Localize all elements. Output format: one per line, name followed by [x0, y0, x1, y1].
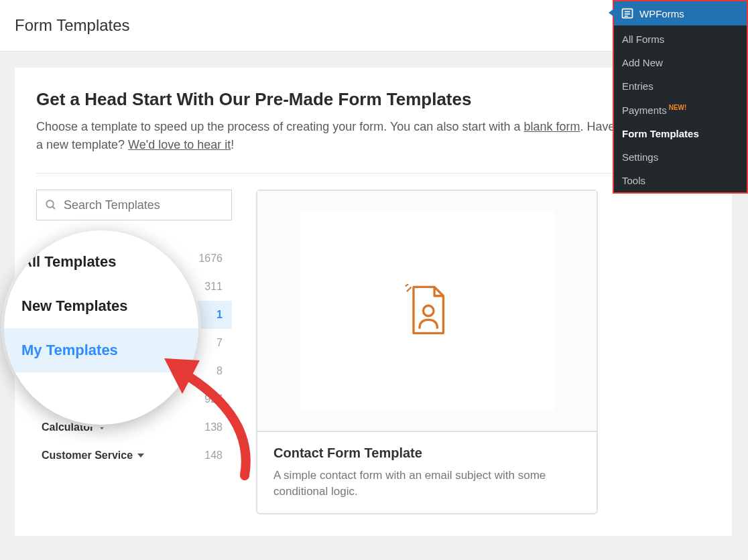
search-wrap[interactable] — [36, 190, 232, 220]
wp-admin-submenu: WPForms All Forms Add New Entries Paymen… — [613, 0, 748, 194]
svg-line-4 — [406, 284, 408, 286]
wp-menu-title: WPForms — [639, 8, 684, 19]
intro-lead: Choose a template to speed up the proces… — [36, 120, 523, 133]
intro-trail: ! — [231, 138, 234, 151]
new-badge: NEW! — [669, 104, 687, 111]
category-label: Customer Service — [42, 449, 144, 462]
search-input[interactable] — [64, 198, 223, 212]
intro: Get a Head Start With Our Pre-Made Form … — [36, 89, 710, 154]
category-count: 8 — [216, 365, 223, 377]
wp-menu-item-allforms[interactable]: All Forms — [614, 25, 747, 51]
intro-paragraph: Choose a template to speed up the proces… — [36, 118, 710, 154]
intro-heading: Get a Head Start With Our Pre-Made Form … — [36, 89, 710, 110]
mag-item-my: My Templates — [4, 328, 198, 372]
wp-menu-item-payments[interactable]: PaymentsNEW! — [614, 98, 747, 122]
wp-menu-item-addnew[interactable]: Add New — [614, 51, 747, 74]
wp-menu-list: All Forms Add New Entries PaymentsNEW! F… — [614, 25, 747, 192]
template-preview-inner — [300, 210, 554, 411]
category-count: 1 — [216, 309, 223, 321]
svg-point-2 — [423, 305, 434, 316]
category-count: 148 — [204, 449, 223, 462]
main-column: Contact Form Template A simple contact f… — [256, 190, 710, 514]
wp-menu-item-settings[interactable]: Settings — [614, 145, 747, 169]
magnifier-overlay: All Templates New Templates My Templates — [4, 230, 198, 425]
category-count: 7 — [216, 337, 223, 349]
template-title: Contact Form Template — [273, 445, 580, 461]
template-info: Contact Form Template A simple contact f… — [257, 432, 597, 513]
wp-menu-item-templates[interactable]: Form Templates — [614, 122, 747, 145]
document-person-icon — [403, 284, 450, 338]
template-preview — [257, 191, 597, 432]
svg-line-3 — [407, 287, 412, 291]
mag-item-new: New Templates — [21, 284, 198, 328]
svg-line-1 — [52, 206, 55, 209]
wp-menu-header[interactable]: WPForms — [614, 1, 747, 25]
suggest-link[interactable]: We'd love to hear it — [128, 138, 231, 151]
wpforms-icon — [621, 7, 634, 20]
divider — [36, 173, 710, 173]
category-count: 311 — [204, 281, 223, 293]
category-count: 1676 — [198, 253, 223, 265]
category-count: 927 — [204, 393, 223, 405]
blank-form-link[interactable]: blank form — [523, 120, 580, 133]
chevron-down-icon — [99, 425, 105, 429]
category-count: 138 — [204, 421, 223, 433]
template-card[interactable]: Contact Form Template A simple contact f… — [256, 190, 598, 514]
search-icon — [45, 199, 57, 211]
category-item-customer[interactable]: Customer Service 148 — [36, 441, 232, 470]
svg-point-0 — [46, 200, 54, 208]
chevron-down-icon — [137, 453, 144, 458]
wp-menu-item-entries[interactable]: Entries — [614, 74, 747, 98]
wp-menu-item-tools[interactable]: Tools — [614, 169, 747, 192]
template-desc: A simple contact form with an email subj… — [273, 468, 580, 500]
